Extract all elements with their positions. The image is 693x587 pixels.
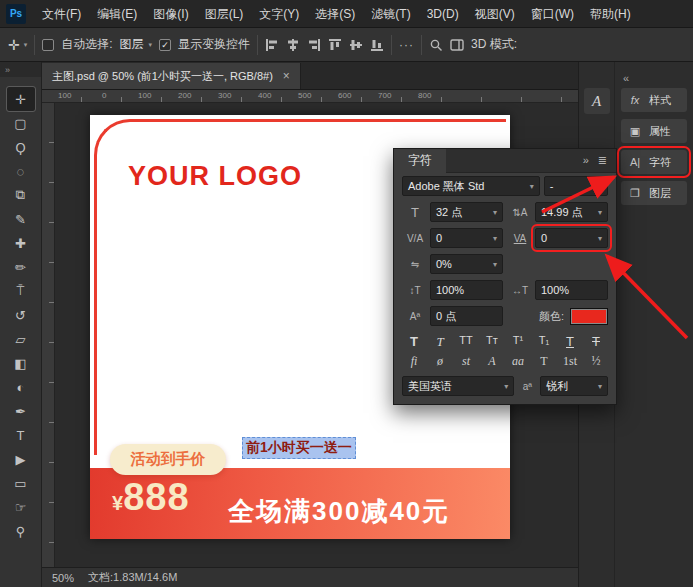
menu-view[interactable]: 视图(V) [467,0,523,28]
ordinals-button[interactable]: 1st [560,354,580,369]
menu-file[interactable]: 文件(F) [34,0,89,28]
move-tool[interactable]: ✛ [7,87,35,111]
chevron-down-icon: ▾ [504,382,508,391]
character-styles-panel-icon[interactable]: A [584,88,610,114]
selected-text-layer[interactable]: 前1小时买一送一 [242,437,356,459]
document-size-info: 文档:1.83M/14.6M [88,570,177,585]
history-brush-tool[interactable]: ↺ [7,303,35,327]
search-icon[interactable] [429,38,443,52]
menu-type[interactable]: 文字(Y) [251,0,307,28]
font-style-select[interactable]: -▾ [544,176,608,196]
hand-tool[interactable]: ☞ [7,495,35,519]
eraser-tool[interactable]: ▱ [7,327,35,351]
swash-button[interactable]: A [482,354,502,369]
tracking-select[interactable]: 0▾ [535,228,608,248]
panel-collapse-icon[interactable]: » [583,154,589,167]
divider [421,35,422,55]
panel-button-layers[interactable]: ❐ 图层 [621,181,687,205]
faux-bold-button[interactable]: T [404,334,424,350]
menu-edit[interactable]: 编辑(E) [89,0,145,28]
type-tool[interactable]: T [7,423,35,447]
workspace-switcher-icon[interactable] [450,38,464,52]
leading-select[interactable]: 14.99 点▾ [535,202,608,222]
align-middle-vertical-icon[interactable] [349,38,363,52]
zoom-level[interactable]: 50% [52,572,74,584]
align-bottom-icon[interactable] [370,38,384,52]
dock-collapse-icon[interactable]: « [621,68,687,88]
font-size-select[interactable]: 32 点▾ [430,202,503,222]
align-right-icon[interactable] [307,38,321,52]
subscript-button[interactable]: T₁ [534,334,554,350]
ruler-tick: 800 [418,91,431,100]
auto-select-dropdown[interactable]: 图层 ▾ [120,36,153,53]
character-panel-tab[interactable]: 字符 [394,149,446,173]
font-family-select[interactable]: Adobe 黑体 Std▾ [402,176,540,196]
align-center-horizontal-icon[interactable] [286,38,300,52]
vertical-scale-input[interactable]: 100% [430,280,503,300]
pen-tool[interactable]: ✒ [7,399,35,423]
faux-italic-button[interactable]: T [430,334,450,350]
dodge-tool[interactable]: ◐ [7,375,35,399]
menu-3d[interactable]: 3D(D) [419,0,467,28]
strikethrough-button[interactable]: T [586,334,606,350]
stylistic-alternates-button[interactable]: aa [508,354,528,369]
panel-menu-icon[interactable]: ≣ [598,154,607,167]
align-left-icon[interactable] [265,38,279,52]
panel-button-styles[interactable]: fx 样式 [621,88,687,112]
horizontal-scale-icon: ↔T [507,285,533,296]
more-options-icon[interactable]: ··· [399,38,414,52]
tsume-select[interactable]: 0%▾ [430,254,503,274]
panel-button-character[interactable]: A| 字符 [621,150,687,174]
auto-select-checkbox[interactable] [42,39,54,51]
tracking-icon: VA [507,233,533,244]
superscript-button[interactable]: T¹ [508,334,528,350]
close-icon[interactable]: × [283,69,290,83]
titling-alternates-button[interactable]: T [534,354,554,369]
eyedropper-tool[interactable]: ✎ [7,207,35,231]
ruler-tick: 100 [58,91,71,100]
gradient-tool[interactable]: ◧ [7,351,35,375]
small-caps-button[interactable]: Tᴛ [482,334,502,350]
align-top-icon[interactable] [328,38,342,52]
menu-image[interactable]: 图像(I) [145,0,196,28]
language-select[interactable]: 美国英语▾ [402,376,514,396]
text-color-swatch[interactable] [570,308,608,325]
ligatures-button[interactable]: fi [404,354,424,369]
brush-tool[interactable]: ✏ [7,255,35,279]
layers-icon: ❐ [627,187,643,200]
spot-healing-tool[interactable]: ✚ [7,231,35,255]
baseline-shift-input[interactable]: 0 点 [430,306,503,326]
panel-button-properties[interactable]: ▣ 属性 [621,119,687,143]
tool-preset-picker[interactable]: ✛ ▾ [8,37,27,53]
menu-window[interactable]: 窗口(W) [523,0,582,28]
rectangle-tool[interactable]: ▭ [7,471,35,495]
anti-alias-select[interactable]: 锐利▾ [540,376,608,396]
fx-icon: fx [627,94,643,106]
crop-tool[interactable]: ⧉ [7,183,35,207]
clone-stamp-tool[interactable]: ⍑ [7,279,35,303]
all-caps-button[interactable]: TT [456,334,476,350]
underline-button[interactable]: T [560,334,580,350]
fractions-button[interactable]: ½ [586,354,606,369]
ruler-tick: 500 [298,91,311,100]
zoom-tool[interactable]: ⚲ [7,519,35,543]
menu-select[interactable]: 选择(S) [307,0,363,28]
lasso-tool[interactable]: Ϙ [7,135,35,159]
path-selection-tool[interactable]: ▶ [7,447,35,471]
menu-help[interactable]: 帮助(H) [582,0,639,28]
contextual-alternates-button[interactable]: ø [430,354,450,369]
menu-filter[interactable]: 滤镜(T) [363,0,418,28]
3d-mode-label: 3D 模式: [471,36,517,53]
object-selection-tool[interactable]: ◌ [7,159,35,183]
document-tab[interactable]: 主图.psd @ 50% (前1小时买一送一, RGB/8#) × [42,63,301,89]
discretionary-ligatures-button[interactable]: st [456,354,476,369]
kerning-select[interactable]: 0▾ [430,228,503,248]
rectangular-marquee-tool[interactable]: ▢ [7,111,35,135]
leading-icon: ⇅A [507,207,533,218]
show-transform-checkbox[interactable]: ✓ [159,39,171,51]
toolbar-collapse-icon[interactable]: » [0,62,41,77]
chevron-down-icon: ▾ [493,234,497,243]
menu-layer[interactable]: 图层(L) [197,0,252,28]
horizontal-scale-input[interactable]: 100% [535,280,608,300]
ruler-tick: 600 [338,91,351,100]
